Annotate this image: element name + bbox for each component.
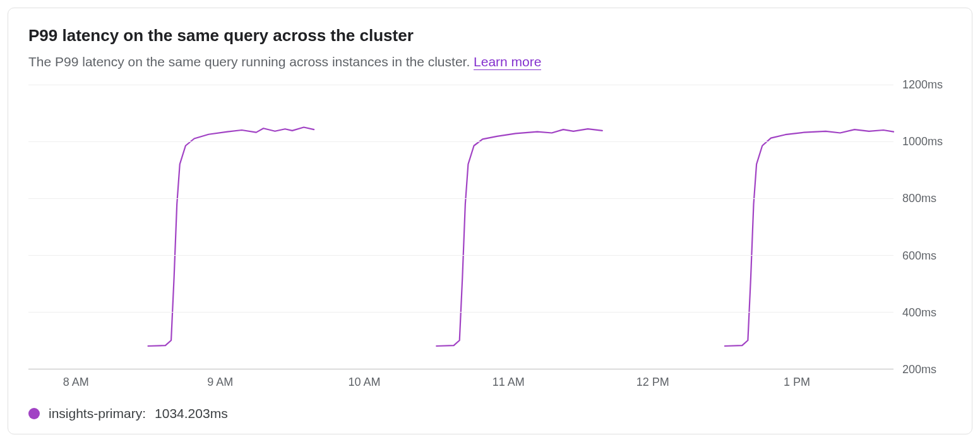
chart-subtitle: The P99 latency on the same query runnin… <box>28 54 952 69</box>
y-axis: 200ms400ms600ms800ms1000ms1200ms <box>893 85 952 369</box>
legend-color-dot <box>28 408 40 419</box>
y-tick-label: 400ms <box>902 306 936 319</box>
gridline <box>28 85 893 85</box>
x-tick-label: 12 PM <box>636 376 669 389</box>
legend-series-name: insights-primary: <box>49 406 146 421</box>
chart-body: 200ms400ms600ms800ms1000ms1200ms 8 AM9 A… <box>28 85 952 421</box>
x-tick-label: 9 AM <box>207 376 233 389</box>
learn-more-link[interactable]: Learn more <box>474 54 541 70</box>
x-tick-label: 10 AM <box>349 376 381 389</box>
plot-area <box>28 85 893 369</box>
x-tick-label: 11 AM <box>493 376 525 389</box>
series-line <box>436 129 602 346</box>
latency-chart-card: P99 latency on the same query across the… <box>8 8 972 434</box>
y-tick-label: 200ms <box>902 363 936 376</box>
x-tick-label: 8 AM <box>63 376 89 389</box>
chart-legend: insights-primary: 1034.203ms <box>28 406 952 421</box>
gridline <box>28 312 893 313</box>
gridline <box>28 198 893 199</box>
series-line <box>725 129 893 346</box>
legend-series-value: 1034.203ms <box>155 406 228 421</box>
chart-lines-svg <box>28 85 893 369</box>
series-line <box>148 128 314 347</box>
y-tick-label: 800ms <box>902 192 936 205</box>
x-tick-label: 1 PM <box>784 376 810 389</box>
chart-subtitle-text: The P99 latency on the same query runnin… <box>28 54 474 69</box>
gridline <box>28 255 893 256</box>
y-tick-label: 1200ms <box>902 78 943 92</box>
plot: 200ms400ms600ms800ms1000ms1200ms <box>28 85 952 369</box>
x-axis: 8 AM9 AM10 AM11 AM12 PM1 PM <box>28 369 893 396</box>
gridline <box>28 141 893 142</box>
y-tick-label: 1000ms <box>902 135 943 148</box>
y-tick-label: 600ms <box>902 249 936 262</box>
chart-title: P99 latency on the same query across the… <box>28 26 952 45</box>
